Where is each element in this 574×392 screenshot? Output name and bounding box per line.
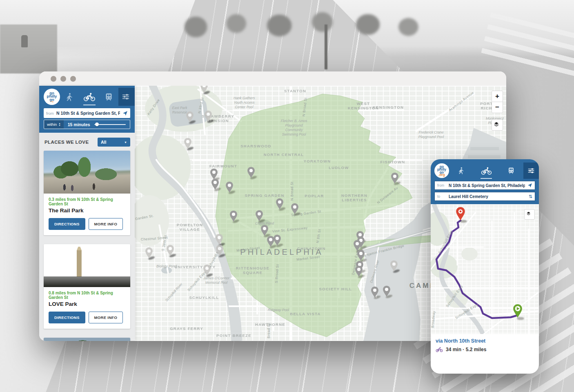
origin-input[interactable]: from N 10th St & Spring Garden St, Phila… [434, 181, 535, 190]
window-button[interactable] [70, 76, 76, 82]
tab-bike[interactable] [474, 163, 499, 179]
within-value: 15 minutes [64, 122, 94, 127]
logo-org-dot: .org [438, 174, 445, 176]
route-summary: via North 10th Street 34 min · 5.2 miles [431, 334, 539, 356]
tab-walk[interactable] [449, 163, 474, 179]
window-titlebar [39, 71, 506, 86]
origin-value: N 10th St & Spring Garden St, Philadelph… [449, 183, 525, 188]
place-card-love-park: 0.8 miles from N 10th St & Spring Garden… [44, 244, 130, 329]
place-card-rail-park: 0.3 miles from N 10th St & Spring Garden… [44, 151, 130, 235]
sidebar: go philly go .org [39, 86, 135, 341]
layers-button[interactable] [492, 119, 503, 131]
background-tree-trunk [325, 24, 327, 69]
filter-value: All [101, 140, 106, 145]
destination-input[interactable]: to Laurel Hill Cemetery ⇅ [434, 192, 535, 201]
route-via: via North 10th Street [436, 338, 534, 344]
tab-walk[interactable] [60, 88, 80, 106]
bike-icon [481, 167, 492, 175]
logo-org-dot: .org [50, 101, 53, 102]
gophillygo-logo[interactable]: go philly go .org [434, 163, 449, 178]
filter-dropdown[interactable]: All ▼ [98, 138, 130, 147]
stepper-icon: ▲▼ [58, 122, 60, 127]
destination-value: Laurel Hill Cemetery [449, 194, 526, 199]
gophillygo-logo[interactable]: go philly go .org [44, 89, 60, 105]
within-label: within [47, 122, 57, 127]
origin-input[interactable]: from N 10th St & Spring Garden St, Phila… [44, 108, 130, 118]
layers-button[interactable] [524, 209, 535, 220]
sliders-icon [527, 167, 535, 174]
sidebar-header: go philly go .org [39, 86, 135, 133]
time-slider[interactable] [94, 120, 126, 129]
place-name: LOVE Park [49, 301, 125, 307]
mobile-map-canvas [431, 204, 539, 334]
place-photo[interactable] [44, 338, 130, 341]
route-stats: 34 min · 5.2 miles [446, 347, 486, 352]
place-photo[interactable] [44, 151, 130, 194]
places-we-love-heading: PLACES WE LOVE [44, 140, 89, 145]
walk-icon [458, 167, 465, 174]
zoom-in-button[interactable]: + [492, 91, 503, 102]
layers-icon [527, 212, 533, 218]
more-info-button[interactable]: MORE INFO [89, 218, 123, 230]
place-name: The Rail Park [49, 207, 125, 214]
place-card-partial [44, 338, 130, 341]
slider-knob[interactable] [95, 122, 99, 126]
within-selector[interactable]: within ▲▼ [44, 120, 64, 129]
origin-value: N 10th St & Spring Garden St, Philadelph [56, 111, 120, 116]
place-photo[interactable] [44, 244, 130, 287]
transit-icon [507, 167, 515, 174]
background-trees [176, 0, 429, 49]
walk-icon [65, 93, 74, 101]
mobile-map[interactable]: Schuylkill ExpySchuylkill ExpySchuylkill… [431, 204, 539, 334]
to-label: to [437, 194, 446, 198]
tab-settings[interactable] [118, 88, 135, 106]
tab-bike[interactable] [80, 88, 99, 106]
chevron-down-icon: ▼ [124, 141, 127, 144]
from-label: from [437, 183, 446, 187]
tab-settings[interactable] [523, 163, 539, 179]
fire-hydrant [21, 35, 28, 47]
place-distance: 0.8 miles from N 10th St & Spring Garden… [49, 291, 125, 300]
transit-icon [105, 93, 113, 101]
layers-icon [494, 122, 501, 129]
sliders-icon [122, 93, 130, 101]
from-label: from [46, 111, 54, 116]
directions-button[interactable]: DIRECTIONS [49, 218, 85, 230]
directions-button[interactable]: DIRECTIONS [49, 312, 85, 323]
zoom-out-button[interactable]: − [492, 102, 503, 113]
places-header-row: PLACES WE LOVE All ▼ [39, 133, 135, 151]
tab-transit[interactable] [99, 88, 118, 106]
locate-icon[interactable] [122, 111, 128, 116]
slider-track [94, 124, 126, 125]
tab-transit[interactable] [498, 163, 523, 179]
mobile-header: go philly go .org from N 10th St & Sprin [431, 159, 539, 204]
mobile-overlay: go philly go .org from N 10th St & Sprin [431, 159, 539, 374]
background-wall [0, 24, 57, 74]
more-info-button[interactable]: MORE INFO [89, 312, 123, 323]
bike-icon [83, 92, 96, 102]
zoom-controls: + − [492, 91, 503, 113]
within-row: within ▲▼ 15 minutes [44, 120, 130, 129]
locate-icon[interactable] [527, 183, 532, 188]
window-button[interactable] [51, 76, 56, 82]
window-button[interactable] [60, 76, 66, 82]
place-distance: 0.3 miles from N 10th St & Spring Garden… [49, 197, 125, 206]
bike-icon [436, 347, 443, 352]
swap-icon[interactable]: ⇅ [529, 194, 532, 199]
